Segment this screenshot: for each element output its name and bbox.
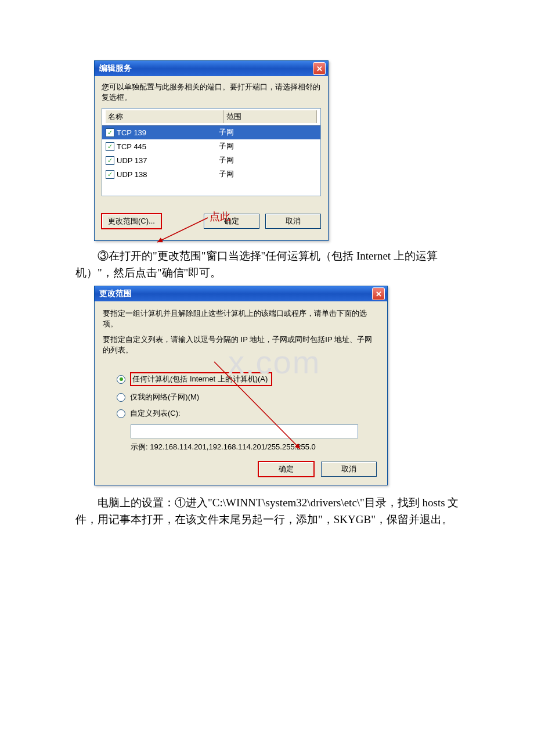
checkbox-icon[interactable]: ✓ <box>106 128 114 137</box>
checkbox-icon[interactable]: ✓ <box>106 142 114 151</box>
dialog-title: 更改范围 <box>99 289 132 299</box>
example-text: 示例: 192.168.114.201,192.168.114.201/255.… <box>131 442 365 452</box>
ok-button[interactable]: 确定 <box>204 214 259 229</box>
row-name: UDP 138 <box>117 170 147 179</box>
edit-service-dialog: 编辑服务 ✕ 您可以单独配置与此服务相关的端口。要打开端口，请选择相邻的复选框。… <box>94 60 329 241</box>
dialog-title: 编辑服务 <box>99 63 132 74</box>
row-name: TCP 139 <box>117 128 146 137</box>
body-paragraph: 电脑上的设置：①进入"C:\WINNT\system32\drivers\etc… <box>75 495 464 528</box>
row-scope: 子网 <box>219 155 317 165</box>
option-custom-list[interactable]: 自定义列表(C): <box>117 408 365 419</box>
col-name: 名称 <box>106 110 224 123</box>
radio-icon[interactable] <box>117 393 125 402</box>
body-paragraph: ③在打开的"更改范围"窗口当选择"任何运算机（包括 Internet 上的运算机… <box>75 248 464 281</box>
row-name: UDP 137 <box>117 156 147 165</box>
option-label: 自定义列表(C): <box>130 408 181 419</box>
titlebar: 更改范围 ✕ <box>95 286 387 301</box>
cancel-button[interactable]: 取消 <box>321 462 377 477</box>
close-icon[interactable]: ✕ <box>313 62 326 75</box>
port-list: 名称 范围 ✓TCP 139 子网 ✓TCP 445 子网 ✓UDP 137 子… <box>102 108 321 196</box>
dialog-description: 要指定一组计算机并且解除阻止这些计算机上的该端口或程序，请单击下面的选项。 <box>103 308 379 329</box>
custom-list-input[interactable] <box>131 424 358 438</box>
list-row[interactable]: ✓TCP 445 子网 <box>102 139 320 153</box>
option-label: 任何计算机(包括 Internet 上的计算机)(A) <box>130 372 272 386</box>
row-scope: 子网 <box>219 169 317 179</box>
col-scope: 范围 <box>224 110 317 123</box>
row-name: TCP 445 <box>117 142 146 151</box>
ok-button[interactable]: 确定 <box>258 462 314 477</box>
list-header: 名称 范围 <box>102 109 320 125</box>
row-scope: 子网 <box>219 141 317 152</box>
change-scope-dialog: 更改范围 ✕ 要指定一组计算机并且解除阻止这些计算机上的该端口或程序，请单击下面… <box>94 286 388 485</box>
change-scope-button[interactable]: 更改范围(C)... <box>102 214 161 229</box>
dialog-description: 您可以单独配置与此服务相关的端口。要打开端口，请选择相邻的复选框。 <box>102 82 321 102</box>
list-row[interactable]: ✓UDP 137 子网 <box>102 153 320 167</box>
list-row[interactable]: ✓TCP 139 子网 <box>102 125 320 139</box>
radio-icon[interactable] <box>117 375 125 384</box>
option-label: 仅我的网络(子网)(M) <box>130 392 199 402</box>
dialog-description-2: 要指定自定义列表，请输入以逗号分隔的 IP 地址，子网或同时包括IP 地址、子网… <box>103 334 379 355</box>
option-my-network[interactable]: 仅我的网络(子网)(M) <box>117 392 365 402</box>
cancel-button[interactable]: 取消 <box>265 214 321 229</box>
radio-icon[interactable] <box>117 409 125 418</box>
list-row[interactable]: ✓UDP 138 子网 <box>102 167 320 181</box>
close-icon[interactable]: ✕ <box>372 287 385 300</box>
checkbox-icon[interactable]: ✓ <box>106 156 114 165</box>
checkbox-icon[interactable]: ✓ <box>106 170 114 179</box>
option-any-computer[interactable]: 任何计算机(包括 Internet 上的计算机)(A) <box>117 372 365 386</box>
row-scope: 子网 <box>219 127 317 138</box>
scope-options: 任何计算机(包括 Internet 上的计算机)(A) 仅我的网络(子网)(M)… <box>103 361 379 462</box>
titlebar: 编辑服务 ✕ <box>95 61 328 76</box>
